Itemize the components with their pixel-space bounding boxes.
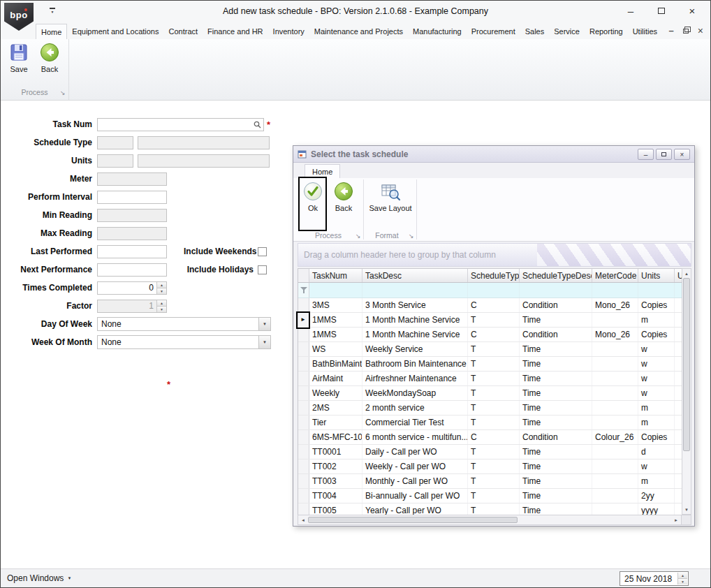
chevron-down-icon[interactable]: ▼ [258,336,270,348]
grid-cell[interactable] [592,357,638,371]
horizontal-scrollbar[interactable]: ◄ ► [298,515,682,525]
grid-cell[interactable]: m [638,401,675,415]
column-header-taskdesc[interactable]: TaskDesc [362,269,468,282]
grid-cell[interactable]: T [468,460,520,473]
grid-cell[interactable]: T [468,416,520,429]
grid-row[interactable]: BathBinMaintBathroom Bin MaintenanceTTim… [298,357,682,372]
grid-cell[interactable]: T [468,489,520,503]
grid-cell[interactable]: WeekMondaySoap [362,386,468,400]
scroll-up-icon[interactable]: ▲ [682,269,691,278]
grid-cell[interactable] [675,489,682,503]
grid-cell[interactable]: Yearly - Call per WO [362,504,468,515]
grid-row[interactable]: WSWeekly ServiceTTimew [298,342,682,357]
grid-cell[interactable]: 2MS [309,401,362,415]
close-button[interactable]: × [677,1,708,21]
minimize-button[interactable]: – [615,1,646,21]
save-button[interactable]: Save [5,42,33,85]
grid-cell[interactable] [675,386,682,400]
grid-cell[interactable]: Monthly - Call per WO [362,474,468,488]
grid-cell[interactable]: T [468,313,520,327]
filter-cell-units[interactable] [638,283,675,297]
grid-cell[interactable]: AirMaint [309,372,362,385]
column-header-scheduletypedesc[interactable]: ScheduleTypeDesc [520,269,592,282]
grid-cell[interactable]: Time [520,357,592,371]
ok-button[interactable]: Ok [299,181,327,227]
grid-cell[interactable]: w [638,357,675,371]
dialog-process-group-launcher-icon[interactable]: ↘ [356,233,361,240]
ribbon-tab-manufacturing[interactable]: Manufacturing [408,24,467,39]
row-selector[interactable] [298,474,309,488]
grid-cell[interactable]: yyyy [638,504,675,515]
chevron-down-icon[interactable]: ▼ [258,318,270,330]
process-group-launcher-icon[interactable]: ↘ [60,90,66,96]
grid-cell[interactable]: Condition [520,328,592,341]
spin-up-icon[interactable]: ▲ [156,282,166,288]
mdi-close-button[interactable]: × [698,27,703,35]
grid-cell[interactable] [675,416,682,429]
group-by-panel[interactable]: Drag a column header here to group by th… [298,243,691,267]
grid-cell[interactable]: Copies [638,430,675,444]
row-selector[interactable] [298,342,309,356]
grid-cell[interactable]: Time [520,445,592,459]
grid-cell[interactable]: Daily - Call per WO [362,445,468,459]
grid-cell[interactable] [675,430,682,444]
grid-cell[interactable]: 1MMS [309,328,362,341]
grid-cell[interactable]: Mono_26 [592,328,638,341]
grid-cell[interactable]: w [638,342,675,356]
grid-cell[interactable]: C [468,298,520,312]
ribbon-tab-contract[interactable]: Contract [164,24,203,39]
row-selector[interactable] [298,328,309,341]
spin-down-icon[interactable]: ▼ [677,579,687,585]
grid-cell[interactable] [675,504,682,515]
grid-cell[interactable]: TT002 [309,460,362,473]
grid-cell[interactable] [592,460,638,473]
grid-row[interactable]: 1MMS1 Month Machine ServiceCConditionMon… [298,328,682,342]
row-selector[interactable] [298,372,309,385]
grid-row[interactable]: 6MS-MFC-1006 month service - multifun...… [298,430,682,445]
row-selector[interactable] [298,430,309,444]
grid-cell[interactable]: Time [520,372,592,385]
grid-cell[interactable]: w [638,460,675,473]
grid-cell[interactable] [675,474,682,488]
grid-cell[interactable]: Time [520,416,592,429]
column-header-tasknum[interactable]: TaskNum [309,269,362,282]
grid-cell[interactable]: T [468,474,520,488]
ribbon-tab-utilities[interactable]: Utilities [628,24,662,39]
grid-cell[interactable] [592,504,638,515]
grid-cell[interactable] [675,313,682,327]
row-selector[interactable] [298,460,309,473]
grid-cell[interactable]: T [468,401,520,415]
filter-cell-taskdesc[interactable] [362,283,468,297]
grid-cell[interactable]: Bi-annually - Call per WO [362,489,468,503]
grid-cell[interactable] [592,416,638,429]
grid-cell[interactable]: Colour_26 [592,430,638,444]
dialog-tab-home[interactable]: Home [305,164,340,178]
row-selector[interactable] [298,298,309,312]
grid-cell[interactable]: 3 Month Service [362,298,468,312]
grid-cell[interactable]: TT004 [309,489,362,503]
grid-cell[interactable] [675,372,682,385]
grid-cell[interactable]: T [468,372,520,385]
grid-cell[interactable]: TT0001 [309,445,362,459]
filter-cell-scheduletype[interactable] [468,283,520,297]
grid-cell[interactable]: 6 month service - multifun... [362,430,468,444]
filter-cell-tasknum[interactable] [309,283,362,297]
search-icon[interactable] [254,121,261,128]
column-header-units[interactable]: Units [638,269,675,282]
grid-cell[interactable]: T [468,386,520,400]
row-selector[interactable] [298,489,309,503]
grid-cell[interactable]: w [638,386,675,400]
grid-cell[interactable]: 1 Month Machine Service [362,328,468,341]
grid-cell[interactable]: Time [520,489,592,503]
last-performed-input[interactable] [97,245,167,258]
grid-cell[interactable]: m [638,474,675,488]
grid-cell[interactable] [592,489,638,503]
spin-up-icon[interactable]: ▲ [677,573,687,579]
grid-cell[interactable]: m [638,313,675,327]
grid-cell[interactable]: m [638,416,675,429]
grid-cell[interactable]: 2 month service [362,401,468,415]
grid-cell[interactable] [675,401,682,415]
grid-cell[interactable] [675,445,682,459]
scroll-down-icon[interactable]: ▼ [682,505,691,514]
include-weekends-checkbox[interactable] [258,247,267,256]
